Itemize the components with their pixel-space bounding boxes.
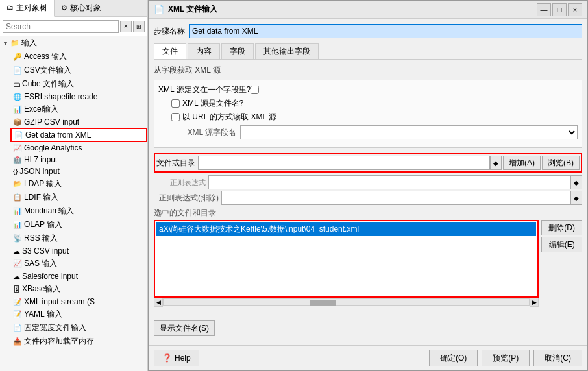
xml-source-field-select[interactable] <box>240 125 578 139</box>
tab-fields[interactable]: 字段 <box>221 43 254 59</box>
xml-read-url-label: 以 URL 的方式读取 XML 源 <box>182 112 276 123</box>
tree-root[interactable]: ▼ 📁 输入 <box>0 36 147 50</box>
tab-other-output[interactable]: 其他输出字段 <box>255 43 319 59</box>
tree-item-ldif[interactable]: 📋LDIF 输入 <box>10 191 147 204</box>
browse-button[interactable]: 浏览(B) <box>542 156 580 170</box>
tree-item-icon-csv: 📄 <box>13 66 22 75</box>
file-list-item[interactable]: aX\尚硅谷大数据技术之Kettle\5.数据\input\04_student… <box>156 222 536 236</box>
xml-source-file-label: XML 源是文件名? <box>182 98 243 109</box>
xml-source-field-label: XML 源字段名 <box>158 127 236 138</box>
tree-item-label-csv: CSV文件输入 <box>24 65 71 76</box>
search-layout-button[interactable]: ⊞ <box>133 21 145 32</box>
tree-item-label-gzip: GZIP CSV input <box>24 117 79 126</box>
tab-main-objects-label: 主对象树 <box>16 3 47 14</box>
tree-item-salesforce[interactable]: ☁Salesforce input <box>10 270 147 282</box>
xml-source-def-checkbox[interactable] <box>251 86 259 94</box>
tab-file-label: 文件 <box>162 47 178 56</box>
tree-root-label: 输入 <box>21 38 37 49</box>
tree-item-olap[interactable]: 📊OLAP 输入 <box>10 218 147 232</box>
tree-item-icon-esri: 🌐 <box>13 93 22 101</box>
tree-item-sas[interactable]: 📈SAS 输入 <box>10 257 147 270</box>
tree-item-label-xbase: XBase输入 <box>22 283 60 294</box>
layout-icon: ⊞ <box>136 23 141 30</box>
scrollbar-thumb[interactable] <box>310 300 336 306</box>
help-label: Help <box>175 353 191 363</box>
folder-icon: 📁 <box>10 39 19 47</box>
tab-main-objects[interactable]: 🗂 主对象树 <box>0 0 55 17</box>
tree-item-rss[interactable]: 📡RSS 输入 <box>10 232 147 245</box>
xml-source-file-row: XML 源是文件名? <box>158 98 578 109</box>
tree-item-label-loadcontent: 文件内容加载至内存 <box>24 336 94 347</box>
regex-hidden-label: 正则表达式 <box>154 178 206 187</box>
file-dir-arrow[interactable]: ◆ <box>490 156 502 170</box>
tree-item-csv[interactable]: 📄CSV文件输入 <box>10 64 147 77</box>
tree-item-getdata[interactable]: 📄Get data from XML <box>10 128 147 142</box>
tree-item-label-esri: ESRI shapefile reade <box>24 92 97 101</box>
tree-item-xbase[interactable]: 🗄XBase输入 <box>10 282 147 296</box>
dialog-title: XML 文件输入 <box>168 4 537 15</box>
maximize-button[interactable]: □ <box>552 3 567 16</box>
tree-item-esri[interactable]: 🌐ESRI shapefile reade <box>10 91 147 102</box>
cancel-button[interactable]: 取消(C) <box>533 350 582 366</box>
scrollbar-left-button[interactable]: ◀ <box>154 298 163 307</box>
tree-item-hl7[interactable]: 🏥HL7 input <box>10 154 147 165</box>
tree-item-excel[interactable]: 📊Excel输入 <box>10 102 147 116</box>
tree-item-gzip[interactable]: 📦GZIP CSV input <box>10 116 147 128</box>
regex-row: 正则表达式 ◆ <box>154 175 582 189</box>
step-name-input[interactable] <box>189 24 582 38</box>
tree-item-access[interactable]: 🔑Access 输入 <box>10 50 147 64</box>
tree-item-s3csv[interactable]: ☁S3 CSV input <box>10 245 147 257</box>
show-filename-row: 显示文件名(S) <box>154 320 582 340</box>
scrollbar-right-button[interactable]: ▶ <box>530 298 539 307</box>
dialog-content: 从字段获取 XML 源 XML 源定义在一个字段里? XML 源是文件名? 以 … <box>154 65 582 340</box>
minimize-button[interactable]: — <box>537 3 551 16</box>
regex-input[interactable] <box>208 175 570 189</box>
tree-item-label-json: JSON input <box>19 167 59 176</box>
search-input[interactable] <box>3 20 119 33</box>
selected-files-container: aX\尚硅谷大数据技术之Kettle\5.数据\input\04_student… <box>154 220 582 317</box>
file-dir-input[interactable] <box>198 156 490 170</box>
tree-item-fixedwidth[interactable]: 📄固定宽度文件输入 <box>10 321 147 335</box>
xml-source-file-checkbox[interactable] <box>171 99 180 108</box>
confirm-button[interactable]: 确定(O) <box>429 350 478 366</box>
close-button[interactable]: × <box>568 3 582 16</box>
regex-exclude-label: 正则表达式(排除) <box>154 193 219 204</box>
scrollbar-track[interactable] <box>163 298 530 306</box>
tree-item-label-ldap: LDAP 输入 <box>24 178 62 189</box>
add-button[interactable]: 增加(A) <box>503 156 541 170</box>
tree-item-yaml[interactable]: 📝YAML 输入 <box>10 307 147 321</box>
tree-item-google[interactable]: 📈Google Analytics <box>10 142 147 154</box>
tree-item-loadcontent[interactable]: 📥文件内容加载至内存 <box>10 335 147 348</box>
regex-exclude-input[interactable] <box>221 191 570 205</box>
help-button[interactable]: ❓ Help <box>154 350 199 366</box>
delete-button[interactable]: 删除(D) <box>541 220 582 235</box>
tree-item-json[interactable]: {}JSON input <box>10 165 147 177</box>
file-dir-row: 文件或目录 ◆ 增加(A) 浏览(B) <box>154 153 582 173</box>
xml-source-section: XML 源定义在一个字段里? XML 源是文件名? 以 URL 的方式读取 XM… <box>154 80 582 148</box>
tree-item-icon-sas: 📈 <box>13 259 22 268</box>
tree-item-xmlstream[interactable]: 📝XML input stream (S <box>10 296 147 307</box>
preview-button[interactable]: 预览(P) <box>482 350 530 366</box>
xml-read-url-checkbox[interactable] <box>171 113 180 121</box>
tree-item-icon-salesforce: ☁ <box>13 272 20 281</box>
regex-arrow[interactable]: ◆ <box>570 175 582 189</box>
tab-content[interactable]: 内容 <box>188 43 220 59</box>
tree-item-mondrian[interactable]: 📊Mondrian 输入 <box>10 204 147 218</box>
tree-item-icon-yaml: 📝 <box>13 310 22 318</box>
tree-item-icon-excel: 📊 <box>13 105 22 114</box>
tree-item-icon-ldif: 📋 <box>13 193 22 202</box>
edit-button[interactable]: 编辑(E) <box>541 237 582 252</box>
tree-item-ldap[interactable]: 📂LDAP 输入 <box>10 177 147 191</box>
tree-item-cube[interactable]: 🗃Cube 文件输入 <box>10 77 147 91</box>
side-buttons: 删除(D) 编辑(E) <box>541 220 582 317</box>
tab-file[interactable]: 文件 <box>154 43 186 59</box>
regex-exclude-arrow[interactable]: ◆ <box>570 191 582 205</box>
section-title: 从字段获取 XML 源 <box>154 65 582 76</box>
search-clear-button[interactable]: × <box>120 21 132 32</box>
tree-item-label-rss: RSS 输入 <box>24 233 58 244</box>
horizontal-scrollbar[interactable]: ◀ ▶ <box>154 298 539 307</box>
tree-item-label-mondrian: Mondrian 输入 <box>24 206 74 217</box>
tab-core-objects[interactable]: ⚙ 核心对象 <box>55 0 108 17</box>
tree-item-label-hl7: HL7 input <box>24 155 57 164</box>
show-filename-button[interactable]: 显示文件名(S) <box>154 320 215 336</box>
